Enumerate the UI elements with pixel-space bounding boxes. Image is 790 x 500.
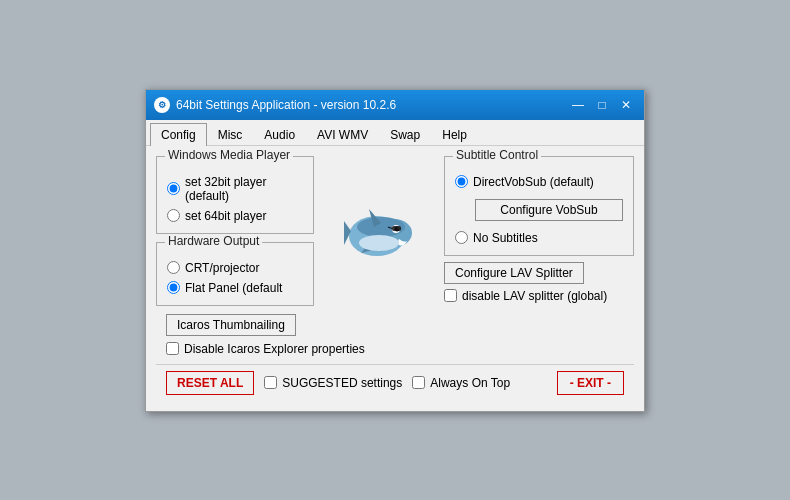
exit-button[interactable]: - EXIT - [557,371,624,395]
subtitle-none-option[interactable]: No Subtitles [455,231,623,245]
tab-audio[interactable]: Audio [253,123,306,146]
hw-flatpanel-radio[interactable] [167,281,180,294]
subtitle-group-label: Subtitle Control [453,148,541,162]
tab-config[interactable]: Config [150,123,207,146]
minimize-button[interactable]: — [568,95,588,115]
hw-crt-option[interactable]: CRT/projector [167,261,303,275]
hw-crt-label: CRT/projector [185,261,259,275]
reset-all-button[interactable]: RESET ALL [166,371,254,395]
disable-lav-checkbox[interactable] [444,289,457,302]
wmp-64bit-label: set 64bit player [185,209,266,223]
left-panel: Windows Media Player set 32bit player (d… [156,156,314,306]
wmp-64bit-option[interactable]: set 64bit player [167,209,303,223]
hw-flatpanel-option[interactable]: Flat Panel (default [167,281,303,295]
bottom-bar: RESET ALL SUGGESTED settings Always On T… [156,364,634,401]
hw-options: CRT/projector Flat Panel (default [167,261,303,295]
subtitle-options: DirectVobSub (default) Configure VobSub … [455,175,623,245]
main-area: Windows Media Player set 32bit player (d… [156,156,634,306]
suggested-settings-label: SUGGESTED settings [282,376,402,390]
maximize-button[interactable]: □ [592,95,612,115]
wmp-64bit-radio[interactable] [167,209,180,222]
center-logo-area [324,156,434,306]
subtitle-directvob-radio[interactable] [455,175,468,188]
thumbnailing-section: Icaros Thumbnailing Disable Icaros Explo… [156,314,634,364]
subtitle-control-group: Subtitle Control DirectVobSub (default) … [444,156,634,256]
disable-icaros-checkbox-row[interactable]: Disable Icaros Explorer properties [166,342,634,356]
hw-crt-radio[interactable] [167,261,180,274]
tab-misc[interactable]: Misc [207,123,254,146]
close-button[interactable]: ✕ [616,95,636,115]
content-area: Windows Media Player set 32bit player (d… [146,146,644,411]
suggested-settings-checkbox[interactable] [264,376,277,389]
title-controls: — □ ✕ [568,95,636,115]
subtitle-directvob-option[interactable]: DirectVobSub (default) [455,175,623,189]
icaros-thumbnailing-button[interactable]: Icaros Thumbnailing [166,314,296,336]
app-icon: ⚙ [154,97,170,113]
svg-marker-9 [344,221,351,245]
always-on-top-row[interactable]: Always On Top [412,376,510,390]
subtitle-none-radio[interactable] [455,231,468,244]
menu-bar: Config Misc Audio AVI WMV Swap Help [146,120,644,146]
disable-icaros-label: Disable Icaros Explorer properties [184,342,365,356]
wmp-32bit-radio[interactable] [167,182,180,195]
always-on-top-checkbox[interactable] [412,376,425,389]
right-panel: Subtitle Control DirectVobSub (default) … [444,156,634,306]
hw-flatpanel-label: Flat Panel (default [185,281,282,295]
configure-lav-button[interactable]: Configure LAV Splitter [444,262,584,284]
svg-rect-6 [392,226,401,231]
svg-point-11 [359,235,399,251]
wmp-32bit-option[interactable]: set 32bit player (default) [167,175,303,203]
subtitle-none-label: No Subtitles [473,231,538,245]
wmp-options: set 32bit player (default) set 64bit pla… [167,175,303,223]
disable-lav-label: disable LAV splitter (global) [462,289,607,303]
lav-section: Configure LAV Splitter disable LAV split… [444,262,634,303]
shark-logo [339,191,419,271]
main-window: ⚙ 64bit Settings Application - version 1… [145,89,645,412]
wmp-32bit-label: set 32bit player (default) [185,175,303,203]
tab-avi-wmv[interactable]: AVI WMV [306,123,379,146]
subtitle-directvob-label: DirectVobSub (default) [473,175,594,189]
suggested-settings-row[interactable]: SUGGESTED settings [264,376,402,390]
window-title: 64bit Settings Application - version 10.… [176,98,568,112]
always-on-top-label: Always On Top [430,376,510,390]
disable-icaros-checkbox[interactable] [166,342,179,355]
configure-vobsub-button[interactable]: Configure VobSub [475,199,623,221]
wmp-group-label: Windows Media Player [165,148,293,162]
hw-group-label: Hardware Output [165,234,262,248]
tab-help[interactable]: Help [431,123,478,146]
hardware-output-group: Hardware Output CRT/projector Flat Panel… [156,242,314,306]
windows-media-player-group: Windows Media Player set 32bit player (d… [156,156,314,234]
disable-lav-checkbox-row[interactable]: disable LAV splitter (global) [444,289,634,303]
title-bar: ⚙ 64bit Settings Application - version 1… [146,90,644,120]
tab-swap[interactable]: Swap [379,123,431,146]
